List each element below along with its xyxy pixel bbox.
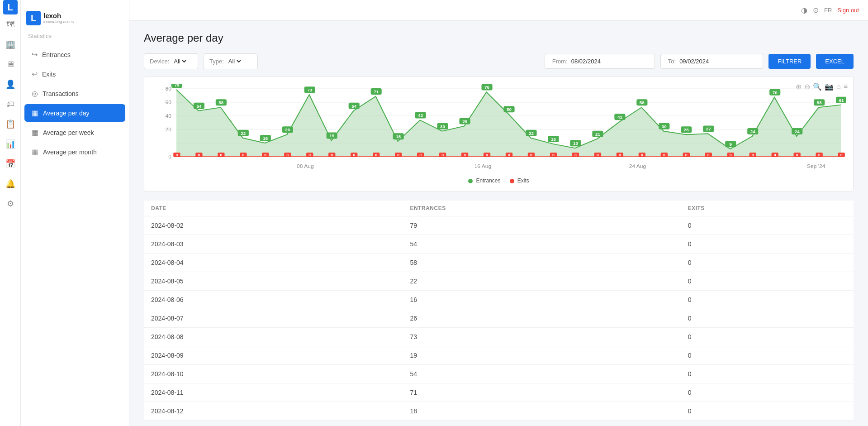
- filter-button[interactable]: FILTRER: [768, 54, 811, 69]
- from-date-input[interactable]: [571, 58, 647, 65]
- sidebar-item-average-per-day[interactable]: ▦ Average per day: [24, 104, 125, 122]
- svg-text:0: 0: [796, 153, 798, 157]
- table-row: 2024-08-10540: [144, 365, 854, 383]
- svg-text:0: 0: [840, 153, 843, 157]
- svg-text:80: 80: [165, 86, 171, 91]
- app-logo: L: [3, 0, 18, 14]
- svg-text:9: 9: [730, 142, 732, 147]
- avg-day-icon: ▦: [32, 109, 38, 117]
- svg-text:0: 0: [508, 153, 510, 157]
- cell-date: 2024-08-02: [144, 216, 403, 235]
- svg-text:40: 40: [165, 113, 171, 118]
- svg-text:0: 0: [641, 153, 643, 157]
- nav-icon-calendar[interactable]: 📅: [0, 154, 21, 174]
- cell-entrances: 26: [403, 309, 681, 328]
- device-filter[interactable]: Device: All: [144, 53, 198, 69]
- table-row: 2024-08-06160: [144, 291, 854, 309]
- nav-icon-stats[interactable]: 📊: [0, 134, 21, 154]
- cell-entrances: 16: [403, 291, 681, 309]
- data-table: DATE ENTRANCES EXITS 2024-08-027902024-0…: [144, 201, 854, 421]
- svg-text:79: 79: [174, 84, 179, 87]
- cell-exits: 0: [681, 346, 854, 365]
- entrances-icon: ↪: [32, 50, 38, 59]
- type-filter[interactable]: Type: All: [204, 53, 258, 69]
- svg-text:0: 0: [168, 154, 171, 159]
- device-label: Device:: [150, 58, 169, 65]
- cell-exits: 0: [681, 402, 854, 421]
- svg-text:0: 0: [198, 153, 200, 157]
- cell-entrances: 19: [403, 346, 681, 365]
- col-exits: EXITS: [681, 201, 854, 216]
- svg-text:0: 0: [685, 153, 688, 157]
- svg-text:0: 0: [308, 153, 311, 157]
- cell-exits: 0: [681, 254, 854, 272]
- sidebar-label-avg-day: Average per day: [43, 110, 89, 117]
- sidebar-item-entrances[interactable]: ↪ Entrances: [24, 46, 125, 63]
- sidebar-item-transactions[interactable]: ◎ Transactions: [24, 85, 125, 102]
- svg-text:58: 58: [640, 101, 645, 105]
- svg-text:22: 22: [241, 131, 246, 135]
- app-name: lexoh: [43, 12, 74, 20]
- type-select[interactable]: All: [227, 57, 242, 65]
- type-label: Type:: [209, 58, 224, 65]
- nav-icon-screen[interactable]: 🖥: [0, 54, 21, 74]
- sidebar-item-average-per-week[interactable]: ▦ Average per week: [24, 124, 125, 141]
- svg-text:20: 20: [165, 127, 171, 132]
- svg-text:19: 19: [329, 134, 334, 138]
- lang-selector[interactable]: FR: [824, 7, 832, 14]
- nav-icon-list[interactable]: 📋: [0, 114, 21, 134]
- svg-text:58: 58: [817, 101, 822, 105]
- svg-text:10: 10: [573, 141, 578, 146]
- radio-icon[interactable]: ⊙: [813, 6, 819, 14]
- cell-date: 2024-08-09: [144, 346, 403, 365]
- signout-link[interactable]: Sign out: [837, 7, 859, 14]
- to-date-input[interactable]: [679, 58, 755, 65]
- nav-icon-settings[interactable]: ⚙: [0, 194, 21, 214]
- sidebar-label-avg-month: Average per month: [43, 148, 97, 156]
- table-row: 2024-08-02790: [144, 216, 854, 235]
- to-date-filter[interactable]: To:: [660, 54, 763, 69]
- svg-text:61: 61: [839, 98, 844, 102]
- svg-text:0: 0: [397, 153, 399, 157]
- device-select[interactable]: All: [172, 57, 188, 65]
- svg-text:0: 0: [597, 153, 599, 157]
- sidebar-item-average-per-month[interactable]: ▦ Average per month: [24, 143, 125, 161]
- sidebar-item-exits[interactable]: ↩ Exits: [24, 65, 125, 83]
- svg-text:24: 24: [795, 129, 800, 134]
- chart-svg-wrap: 80 60 40 20 0 79545822162673195471184330…: [152, 84, 846, 175]
- nav-icon-tag[interactable]: 🏷: [0, 94, 21, 114]
- cell-date: 2024-08-10: [144, 365, 403, 383]
- from-date-filter[interactable]: From:: [545, 54, 655, 69]
- svg-text:15: 15: [551, 137, 556, 141]
- svg-text:41: 41: [617, 115, 622, 120]
- svg-text:0: 0: [752, 153, 754, 157]
- svg-text:22: 22: [529, 131, 534, 135]
- icon-bar: L 🗺 🏢 🖥 👤 🏷 📋 📊 📅 🔔 ⚙: [0, 0, 21, 426]
- theme-toggle-icon[interactable]: ◑: [801, 6, 807, 14]
- table-row: 2024-08-11710: [144, 383, 854, 402]
- svg-text:50: 50: [507, 107, 512, 112]
- col-date: DATE: [144, 201, 403, 216]
- main-area: ◑ ⊙ FR Sign out Average per day Device: …: [129, 0, 868, 426]
- svg-text:58: 58: [218, 101, 223, 105]
- svg-text:43: 43: [418, 113, 423, 118]
- nav-icon-map[interactable]: 🗺: [0, 14, 21, 34]
- transactions-icon: ◎: [32, 89, 38, 98]
- svg-text:16: 16: [263, 136, 268, 140]
- svg-text:27: 27: [706, 127, 711, 131]
- svg-text:60: 60: [165, 100, 171, 105]
- svg-text:0: 0: [486, 153, 488, 157]
- svg-text:0: 0: [220, 153, 222, 157]
- excel-button[interactable]: EXCEL: [816, 54, 854, 69]
- svg-text:0: 0: [774, 153, 776, 157]
- entrances-dot: [468, 179, 473, 183]
- nav-icon-building[interactable]: 🏢: [0, 34, 21, 54]
- cell-date: 2024-08-07: [144, 309, 403, 328]
- cell-entrances: 73: [403, 328, 681, 346]
- table-row: 2024-08-12180: [144, 402, 854, 421]
- svg-text:21: 21: [595, 132, 600, 136]
- cell-entrances: 58: [403, 254, 681, 272]
- nav-icon-bell[interactable]: 🔔: [0, 174, 21, 194]
- nav-icon-user[interactable]: 👤: [0, 74, 21, 94]
- table-row: 2024-08-05220: [144, 272, 854, 291]
